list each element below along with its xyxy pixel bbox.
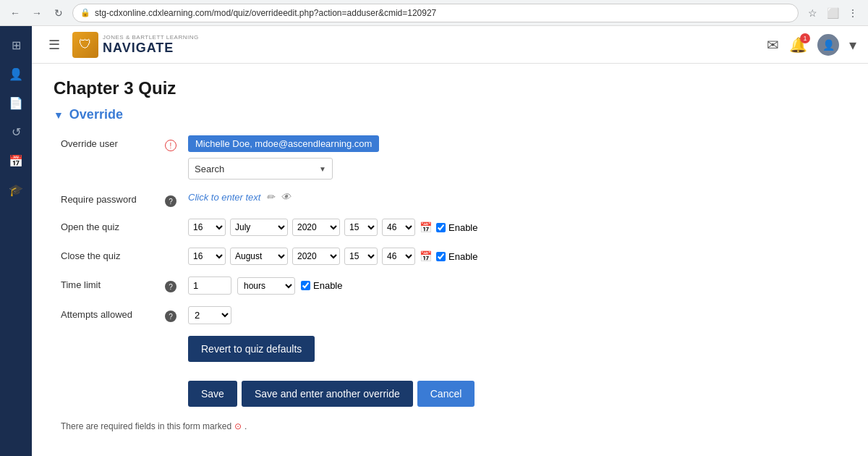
attempts-label: Attempts allowed ? — [61, 306, 176, 322]
search-dropdown[interactable]: Search ▼ — [188, 158, 333, 180]
user-tag[interactable]: Michelle Doe, mdoe@ascendlearning.com — [188, 135, 379, 152]
required-notice-text: There are required fields in this form m… — [61, 421, 231, 431]
password-field[interactable]: Click to enter text ✏ 👁 — [188, 191, 291, 203]
open-calendar-icon[interactable]: 📅 — [420, 221, 432, 233]
eye-icon[interactable]: 👁 — [281, 191, 291, 203]
sidebar-icons: ⊞ 👤 📄 ↺ 📅 🎓 — [0, 26, 32, 456]
page-title: Chapter 3 Quiz — [54, 78, 846, 98]
time-enable-checkbox[interactable] — [301, 281, 310, 290]
lock-icon: 🔒 — [80, 8, 90, 17]
logo-text-area: JONES & BARTLETT LEARNING NAVIGATE — [103, 34, 199, 56]
account-chevron[interactable]: ▾ — [849, 36, 856, 54]
page-body: Chapter 3 Quiz ▼ Override Override user … — [32, 64, 868, 456]
logo-shield: 🛡 — [72, 32, 98, 58]
open-enable-checkbox[interactable] — [436, 223, 446, 232]
time-enable-text: Enable — [313, 280, 342, 291]
action-buttons: Save Save and enter another override Can… — [188, 381, 846, 407]
close-min-select[interactable]: 46 — [382, 248, 415, 265]
close-calendar-icon[interactable]: 📅 — [420, 250, 432, 262]
open-month-select[interactable]: July — [230, 219, 288, 236]
nav-right: ✉ 🔔 1 👤 ▾ — [767, 34, 856, 56]
attempts-row: Attempts allowed ? 2 1 3 4 5 — [61, 306, 846, 324]
open-enable-text: Enable — [448, 222, 477, 233]
section-title: Override — [69, 107, 123, 122]
time-unit-select[interactable]: hours minutes days weeks — [237, 277, 295, 295]
logo-brand: NAVIGATE — [103, 41, 199, 56]
mail-button[interactable]: ✉ — [767, 36, 779, 54]
open-hour-select[interactable]: 15 — [344, 219, 378, 236]
close-date-row: 16 August 2020 15 46 — [188, 248, 477, 265]
revert-button[interactable]: Revert to quiz defaults — [188, 336, 315, 362]
attempts-select[interactable]: 2 1 3 4 5 — [188, 306, 231, 324]
open-enable-label: Enable — [436, 222, 477, 233]
require-password-row: Require password ? Click to enter text ✏… — [61, 191, 846, 207]
open-date-row: 16 July 2020 15 46 — [188, 219, 477, 236]
close-month-select[interactable]: August — [230, 248, 288, 265]
logo-area: 🛡 JONES & BARTLETT LEARNING NAVIGATE — [72, 32, 199, 58]
time-limit-input[interactable] — [188, 276, 231, 295]
cancel-button[interactable]: Cancel — [417, 381, 475, 407]
close-enable-label: Enable — [436, 251, 477, 262]
open-min-select[interactable]: 46 — [382, 219, 415, 236]
open-year-select[interactable]: 2020 — [292, 219, 340, 236]
app-wrapper: ⊞ 👤 📄 ↺ 📅 🎓 ☰ 🛡 JONES & BARTLETT LEARNIN… — [0, 26, 868, 456]
extension-icon[interactable]: ⬜ — [825, 5, 841, 21]
section-arrow-icon: ▼ — [54, 109, 64, 121]
close-day-select[interactable]: 16 — [188, 248, 226, 265]
section-header: ▼ Override — [54, 107, 846, 122]
required-notice: There are required fields in this form m… — [61, 421, 846, 431]
forward-button[interactable]: → — [29, 5, 45, 21]
override-user-label: Override user ! — [61, 135, 176, 151]
sidebar-item-graduation[interactable]: 🎓 — [3, 177, 29, 203]
close-quiz-label: Close the quiz — [61, 248, 176, 261]
required-icon: ⊙ — [234, 421, 242, 431]
open-quiz-label: Open the quiz — [61, 219, 176, 232]
logo-small-text: JONES & BARTLETT LEARNING — [103, 34, 199, 41]
notifications-button[interactable]: 🔔 1 — [789, 36, 807, 54]
hamburger-button[interactable]: ☰ — [43, 34, 65, 56]
timelimit-row: hours minutes days weeks Enable — [188, 276, 342, 295]
close-year-select[interactable]: 2020 — [292, 248, 340, 265]
close-enable-text: Enable — [448, 251, 477, 262]
search-dropdown-text: Search — [195, 164, 224, 174]
address-bar[interactable]: 🔒 stg-cdxonline.cdxlearning.com/mod/quiz… — [72, 4, 799, 22]
notification-badge: 1 — [800, 33, 810, 43]
override-user-info-icon[interactable]: ! — [165, 140, 176, 151]
sidebar-item-refresh[interactable]: ↺ — [3, 119, 29, 145]
required-period: . — [244, 421, 247, 431]
url-text: stg-cdxonline.cdxlearning.com/mod/quiz/o… — [95, 8, 436, 18]
main-content: ☰ 🛡 JONES & BARTLETT LEARNING NAVIGATE ✉… — [32, 26, 868, 456]
form-container: Override user ! Michelle Doe, mdoe@ascen… — [54, 135, 846, 431]
reload-button[interactable]: ↻ — [51, 5, 67, 21]
top-nav: ☰ 🛡 JONES & BARTLETT LEARNING NAVIGATE ✉… — [32, 26, 868, 64]
sidebar-item-calendar[interactable]: 📅 — [3, 148, 29, 174]
bookmark-icon[interactable]: ☆ — [804, 5, 820, 21]
sidebar-item-grid[interactable]: ⊞ — [3, 32, 29, 58]
open-quiz-row: Open the quiz 16 July 2020 15 — [61, 219, 846, 236]
close-enable-checkbox[interactable] — [436, 252, 446, 261]
time-limit-help-icon[interactable]: ? — [165, 281, 176, 292]
save-another-button[interactable]: Save and enter another override — [242, 381, 413, 407]
menu-icon[interactable]: ⋮ — [845, 5, 861, 21]
revert-row: Revert to quiz defaults — [188, 336, 846, 371]
require-password-label: Require password ? — [61, 191, 176, 207]
edit-icon[interactable]: ✏ — [266, 191, 275, 203]
override-user-row: Override user ! Michelle Doe, mdoe@ascen… — [61, 135, 846, 180]
time-limit-label: Time limit ? — [61, 276, 176, 292]
open-day-select[interactable]: 16 — [188, 219, 226, 236]
time-enable-label: Enable — [301, 280, 342, 291]
browser-bar: ← → ↻ 🔒 stg-cdxonline.cdxlearning.com/mo… — [0, 0, 868, 26]
require-password-help-icon[interactable]: ? — [165, 195, 176, 207]
sidebar-item-document[interactable]: 📄 — [3, 90, 29, 116]
dropdown-arrow-icon: ▼ — [319, 165, 326, 173]
avatar[interactable]: 👤 — [817, 34, 839, 56]
attempts-help-icon[interactable]: ? — [165, 311, 176, 322]
time-limit-row: Time limit ? hours minutes days weeks — [61, 276, 846, 295]
sidebar-item-user[interactable]: 👤 — [3, 61, 29, 87]
close-quiz-row: Close the quiz 16 August 2020 1 — [61, 248, 846, 265]
override-user-control: Michelle Doe, mdoe@ascendlearning.com Se… — [188, 135, 379, 180]
back-button[interactable]: ← — [7, 5, 23, 21]
save-button[interactable]: Save — [188, 381, 237, 407]
nav-left: ☰ 🛡 JONES & BARTLETT LEARNING NAVIGATE — [43, 32, 199, 58]
close-hour-select[interactable]: 15 — [344, 248, 378, 265]
